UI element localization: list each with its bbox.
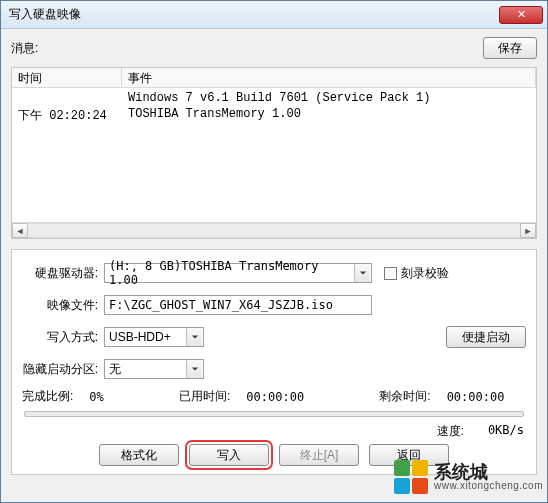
quickboot-button[interactable]: 便捷启动 [446,326,526,348]
row-mode: 写入方式: USB-HDD+ 便捷启动 [22,324,526,350]
log-event: Windows 7 v6.1 Build 7601 (Service Pack … [122,90,536,106]
row-image: 映像文件: F:\ZGC_GHOST_WIN7_X64_JSZJB.iso [22,292,526,318]
format-button[interactable]: 格式化 [99,444,179,466]
remaining-label: 剩余时间: [379,388,430,405]
form-panel: 硬盘驱动器: (H:, 8 GB)TOSHIBA TransMemory 1.0… [11,249,537,475]
chevron-down-icon [354,264,370,282]
hidden-label: 隐藏启动分区: [22,361,104,378]
save-button[interactable]: 保存 [483,37,537,59]
back-button[interactable]: 返回 [369,444,449,466]
log-row: 下午 02:20:24 TOSHIBA TransMemory 1.00 [12,106,536,125]
abort-button[interactable]: 终止[A] [279,444,359,466]
write-button[interactable]: 写入 [189,444,269,466]
col-time-header[interactable]: 时间 [12,68,122,87]
checkbox-box [384,267,397,280]
close-icon: ✕ [517,8,526,20]
verify-label: 刻录校验 [401,265,449,282]
window-title: 写入硬盘映像 [9,6,499,23]
elapsed-value: 00:00:00 [246,390,304,404]
speed-value: 0KB/s [488,423,524,440]
mode-select[interactable]: USB-HDD+ [104,327,204,347]
log-panel: 时间 事件 Windows 7 v6.1 Build 7601 (Service… [11,67,537,239]
close-button[interactable]: ✕ [499,6,543,24]
scroll-right-icon[interactable]: ► [520,223,536,238]
log-header: 时间 事件 [12,68,536,88]
log-body: Windows 7 v6.1 Build 7601 (Service Pack … [12,88,536,222]
scroll-track[interactable] [28,223,520,238]
log-row: Windows 7 v6.1 Build 7601 (Service Pack … [12,90,536,106]
progress-bar [24,411,524,417]
row-hidden: 隐藏启动分区: 无 [22,356,526,382]
scroll-left-icon[interactable]: ◄ [12,223,28,238]
image-value: F:\ZGC_GHOST_WIN7_X64_JSZJB.iso [109,298,333,312]
verify-checkbox[interactable]: 刻录校验 [384,265,449,282]
percent-label: 完成比例: [22,388,73,405]
image-label: 映像文件: [22,297,104,314]
button-row: 格式化 写入 终止[A] 返回 [22,444,526,466]
image-input[interactable]: F:\ZGC_GHOST_WIN7_X64_JSZJB.iso [104,295,372,315]
chevron-down-icon [186,328,202,346]
log-time: 下午 02:20:24 [12,106,122,125]
client-area: 消息: 保存 时间 事件 Windows 7 v6.1 Build 7601 (… [1,29,547,502]
drive-value: (H:, 8 GB)TOSHIBA TransMemory 1.00 [109,259,351,287]
progress-stats: 完成比例: 0% 已用时间: 00:00:00 剩余时间: 00:00:00 [22,388,526,405]
log-time [12,90,122,106]
titlebar: 写入硬盘映像 ✕ [1,1,547,29]
message-label: 消息: [11,40,38,57]
drive-label: 硬盘驱动器: [22,265,104,282]
percent-value: 0% [89,390,103,404]
horizontal-scrollbar[interactable]: ◄ ► [12,222,536,238]
chevron-down-icon [186,360,202,378]
drive-select[interactable]: (H:, 8 GB)TOSHIBA TransMemory 1.00 [104,263,372,283]
log-event: TOSHIBA TransMemory 1.00 [122,106,536,125]
message-row: 消息: 保存 [11,37,537,59]
elapsed-label: 已用时间: [179,388,230,405]
speed-row: 速度: 0KB/s [22,423,526,440]
col-event-header[interactable]: 事件 [122,68,536,87]
remaining-value: 00:00:00 [447,390,505,404]
row-drive: 硬盘驱动器: (H:, 8 GB)TOSHIBA TransMemory 1.0… [22,260,526,286]
dialog-window: 写入硬盘映像 ✕ 消息: 保存 时间 事件 Windows 7 v6.1 Bui… [0,0,548,503]
hidden-select[interactable]: 无 [104,359,204,379]
mode-label: 写入方式: [22,329,104,346]
hidden-value: 无 [109,361,121,378]
speed-label: 速度: [437,423,464,440]
mode-value: USB-HDD+ [109,330,171,344]
